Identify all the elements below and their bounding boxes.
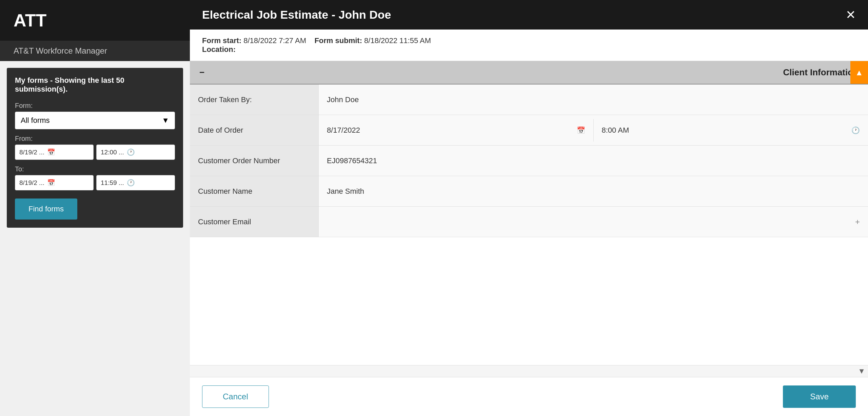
clock-icon-field: 🕐 xyxy=(851,126,860,134)
form-select[interactable]: All forms ▼ xyxy=(15,112,175,129)
save-button[interactable]: Save xyxy=(783,385,856,408)
chevron-down-icon: ▼ xyxy=(162,116,169,125)
from-date-value: 8/19/2 ... xyxy=(19,149,44,156)
form-submit-value: 8/18/2022 11:55 AM xyxy=(364,36,431,45)
app-header: ATT xyxy=(0,0,190,41)
add-email-button[interactable]: + xyxy=(855,217,860,227)
form-start-value: 8/18/2022 7:27 AM xyxy=(243,36,306,45)
from-time-value: 12:00 ... xyxy=(101,149,124,156)
label-text: Customer Name xyxy=(198,187,252,196)
field-value-customer-name[interactable]: Jane Smith xyxy=(319,176,868,206)
clock-icon: 🕐 xyxy=(127,148,135,156)
clock-icon-2: 🕐 xyxy=(127,179,135,187)
date-part[interactable]: 8/17/2022 📅 xyxy=(319,119,594,141)
form-field-label: Form: xyxy=(15,102,175,110)
modal-body: − Client Information ▲ Order Taken By: J… xyxy=(190,61,868,365)
field-value-date-of-order: 8/17/2022 📅 8:00 AM 🕐 xyxy=(319,115,868,145)
scroll-down-area: ▼ xyxy=(190,365,868,377)
label-text: Order Taken By: xyxy=(198,95,252,104)
label-text: Customer Order Number xyxy=(198,156,280,165)
field-label-date-of-order: Date of Order xyxy=(190,115,319,145)
from-label: From: xyxy=(15,135,175,143)
modal-footer: Cancel Save xyxy=(190,377,868,416)
section-title: Client Information xyxy=(783,67,859,78)
field-label-customer-name: Customer Name xyxy=(190,176,319,206)
date-value: 8/17/2022 xyxy=(327,126,360,135)
time-value: 8:00 AM xyxy=(602,126,629,135)
form-fields: Order Taken By: John Doe Date of Order 8… xyxy=(190,84,868,237)
field-label-customer-order-number: Customer Order Number xyxy=(190,146,319,176)
value-text: John Doe xyxy=(327,95,359,104)
app-subtitle: AT&T Workforce Manager xyxy=(0,41,190,61)
to-date-input[interactable]: 8/19/2 ... 📅 xyxy=(15,175,94,190)
value-text: Jane Smith xyxy=(327,187,364,196)
find-forms-button[interactable]: Find forms xyxy=(15,198,77,220)
modal-title: Electrical Job Estimate - John Doe xyxy=(202,8,391,21)
field-row-customer-email: Customer Email + xyxy=(190,207,868,237)
label-text: Customer Email xyxy=(198,218,251,226)
collapse-icon: − xyxy=(199,67,204,78)
value-text: EJ0987654321 xyxy=(327,156,377,165)
label-text: Date of Order xyxy=(198,126,243,135)
field-row-date-of-order: Date of Order 8/17/2022 📅 8:00 AM 🕐 xyxy=(190,115,868,146)
field-row-order-taken-by: Order Taken By: John Doe xyxy=(190,84,868,115)
panel-title: My forms - Showing the last 50 submissio… xyxy=(15,76,175,94)
field-row-customer-name: Customer Name Jane Smith xyxy=(190,176,868,207)
form-submit-label: Form submit: xyxy=(314,36,362,45)
close-button[interactable]: ✕ xyxy=(846,9,856,21)
from-date-row: 8/19/2 ... 📅 12:00 ... 🕐 xyxy=(15,145,175,160)
cancel-button[interactable]: Cancel xyxy=(202,385,269,408)
app-area: ATT AT&T Workforce Manager My forms - Sh… xyxy=(0,0,190,416)
from-time-input[interactable]: 12:00 ... 🕐 xyxy=(96,145,175,160)
field-label-order-taken-by: Order Taken By: xyxy=(190,84,319,115)
field-value-order-taken-by[interactable]: John Doe xyxy=(319,84,868,115)
scroll-indicator: ▲ xyxy=(850,61,868,84)
calendar-icon-2: 📅 xyxy=(47,179,55,187)
modal-dialog: Electrical Job Estimate - John Doe ✕ For… xyxy=(190,0,868,416)
forms-panel: My forms - Showing the last 50 submissio… xyxy=(7,68,183,228)
calendar-icon-field: 📅 xyxy=(577,126,585,134)
calendar-icon: 📅 xyxy=(47,148,55,156)
field-row-customer-order-number: Customer Order Number EJ0987654321 xyxy=(190,146,868,176)
scroll-up-icon: ▲ xyxy=(855,68,863,77)
to-date-row: 8/19/2 ... 📅 11:59 ... 🕐 xyxy=(15,175,175,190)
to-time-value: 11:59 ... xyxy=(101,179,124,187)
time-part[interactable]: 8:00 AM 🕐 xyxy=(594,119,868,141)
field-label-customer-email: Customer Email xyxy=(190,207,319,237)
field-value-customer-email[interactable]: + xyxy=(319,207,868,237)
form-select-value: All forms xyxy=(21,116,50,125)
form-start-label: Form start: xyxy=(202,36,241,45)
to-label: To: xyxy=(15,165,175,173)
app-title: ATT xyxy=(14,10,46,31)
scroll-down-icon: ▼ xyxy=(858,367,865,376)
section-header[interactable]: − Client Information ▲ xyxy=(190,61,868,84)
modal-meta: Form start: 8/18/2022 7:27 AM Form submi… xyxy=(190,30,868,61)
modal-header: Electrical Job Estimate - John Doe ✕ xyxy=(190,0,868,30)
from-date-input[interactable]: 8/19/2 ... 📅 xyxy=(15,145,94,160)
field-value-customer-order-number[interactable]: EJ0987654321 xyxy=(319,146,868,176)
location-label: Location: xyxy=(202,45,236,54)
to-time-input[interactable]: 11:59 ... 🕐 xyxy=(96,175,175,190)
to-date-value: 8/19/2 ... xyxy=(19,179,44,187)
